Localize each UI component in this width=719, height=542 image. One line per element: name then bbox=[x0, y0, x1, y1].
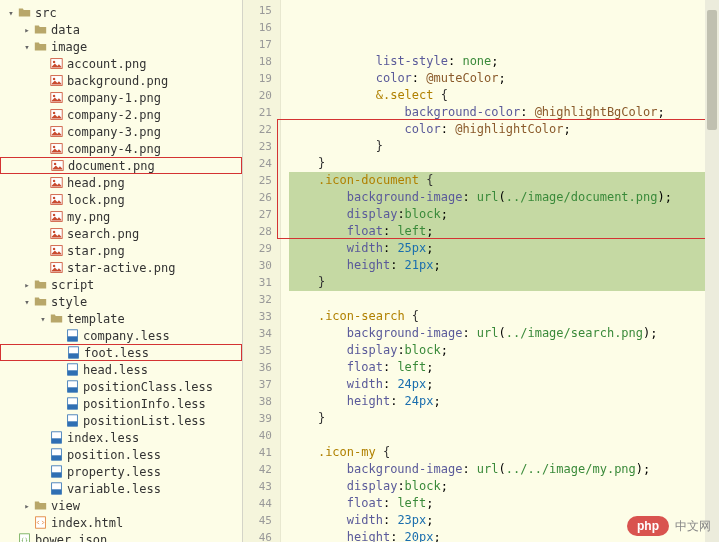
file-tree-sidebar[interactable]: ▾src▸data▾imageaccount.pngbackground.png… bbox=[0, 0, 243, 542]
code-line-33[interactable]: float: left; bbox=[289, 359, 719, 376]
chevron-right-icon[interactable]: ▸ bbox=[22, 501, 32, 511]
code-line-38[interactable]: .icon-my { bbox=[289, 444, 719, 461]
tree-item-image[interactable]: ▾image bbox=[0, 38, 242, 55]
code-line-32[interactable]: display:block; bbox=[289, 342, 719, 359]
chevron-right-icon[interactable]: ▸ bbox=[22, 25, 32, 35]
tree-item-script[interactable]: ▸script bbox=[0, 276, 242, 293]
tree-item-label: src bbox=[35, 6, 57, 20]
tree-item-label: image bbox=[51, 40, 87, 54]
code-line-19[interactable]: color: @highlightColor; bbox=[289, 121, 719, 138]
line-number: 19 bbox=[243, 70, 272, 87]
tree-item-head-png[interactable]: head.png bbox=[0, 174, 242, 191]
code-line-15[interactable]: list-style: none; bbox=[289, 53, 719, 70]
tree-item-positionList-less[interactable]: positionList.less bbox=[0, 412, 242, 429]
line-number: 27 bbox=[243, 206, 272, 223]
tree-item-style[interactable]: ▾style bbox=[0, 293, 242, 310]
code-line-29[interactable] bbox=[289, 291, 719, 308]
tree-item-property-less[interactable]: property.less bbox=[0, 463, 242, 480]
code-area[interactable]: list-style: none; color: @muteColor; &.s… bbox=[281, 0, 719, 542]
less-icon bbox=[64, 363, 80, 376]
chevron-right-icon[interactable]: ▸ bbox=[22, 280, 32, 290]
line-number: 36 bbox=[243, 359, 272, 376]
svg-rect-41 bbox=[51, 455, 61, 460]
tree-item-company-1-png[interactable]: company-1.png bbox=[0, 89, 242, 106]
svg-rect-31 bbox=[67, 370, 77, 375]
chevron-down-icon[interactable]: ▾ bbox=[6, 8, 16, 18]
tree-item-label: star.png bbox=[67, 244, 125, 258]
tree-item-template[interactable]: ▾template bbox=[0, 310, 242, 327]
code-line-16[interactable]: color: @muteColor; bbox=[289, 70, 719, 87]
tree-item-company-3-png[interactable]: company-3.png bbox=[0, 123, 242, 140]
tree-item-foot-less[interactable]: foot.less bbox=[0, 344, 242, 361]
tree-item-search-png[interactable]: search.png bbox=[0, 225, 242, 242]
code-line-34[interactable]: width: 24px; bbox=[289, 376, 719, 393]
code-line-17[interactable]: &.select { bbox=[289, 87, 719, 104]
line-number: 17 bbox=[243, 36, 272, 53]
code-line-27[interactable]: height: 21px; bbox=[289, 257, 719, 274]
tree-item-document-png[interactable]: document.png bbox=[0, 157, 242, 174]
line-number: 34 bbox=[243, 325, 272, 342]
tree-item-data[interactable]: ▸data bbox=[0, 21, 242, 38]
vertical-scrollbar[interactable] bbox=[705, 0, 719, 542]
tree-item-star-png[interactable]: star.png bbox=[0, 242, 242, 259]
chevron-down-icon[interactable]: ▾ bbox=[22, 297, 32, 307]
less-icon bbox=[48, 431, 64, 444]
tree-item-account-png[interactable]: account.png bbox=[0, 55, 242, 72]
code-line-36[interactable]: } bbox=[289, 410, 719, 427]
tree-item-positionInfo-less[interactable]: positionInfo.less bbox=[0, 395, 242, 412]
svg-text:{}: {} bbox=[21, 537, 28, 542]
code-line-28[interactable]: } bbox=[289, 274, 719, 291]
tree-item-company-2-png[interactable]: company-2.png bbox=[0, 106, 242, 123]
tree-item-view[interactable]: ▸view bbox=[0, 497, 242, 514]
code-line-35[interactable]: height: 24px; bbox=[289, 393, 719, 410]
svg-rect-45 bbox=[51, 489, 61, 494]
tree-item-index-html[interactable]: index.html bbox=[0, 514, 242, 531]
code-line-31[interactable]: background-image: url(../image/search.pn… bbox=[289, 325, 719, 342]
tree-item-label: my.png bbox=[67, 210, 110, 224]
tree-item-position-less[interactable]: position.less bbox=[0, 446, 242, 463]
code-line-23[interactable]: background-image: url(../image/document.… bbox=[289, 189, 719, 206]
tree-item-label: document.png bbox=[68, 159, 155, 173]
tree-item-label: variable.less bbox=[67, 482, 161, 496]
scrollbar-thumb[interactable] bbox=[707, 10, 717, 130]
svg-point-5 bbox=[52, 95, 54, 97]
code-line-21[interactable]: } bbox=[289, 155, 719, 172]
tree-item-head-less[interactable]: head.less bbox=[0, 361, 242, 378]
code-line-40[interactable]: display:block; bbox=[289, 478, 719, 495]
tree-item-label: style bbox=[51, 295, 87, 309]
svg-point-9 bbox=[52, 129, 54, 131]
tree-item-star-active-png[interactable]: star-active.png bbox=[0, 259, 242, 276]
tree-item-bower-json[interactable]: {}bower.json bbox=[0, 531, 242, 542]
tree-item-my-png[interactable]: my.png bbox=[0, 208, 242, 225]
chevron-down-icon[interactable]: ▾ bbox=[22, 42, 32, 52]
watermark-text: 中文网 bbox=[675, 518, 711, 535]
line-number: 44 bbox=[243, 495, 272, 512]
tree-item-variable-less[interactable]: variable.less bbox=[0, 480, 242, 497]
code-editor[interactable]: 1516171819202122232425262728293031323334… bbox=[243, 0, 719, 542]
tree-item-label: company-4.png bbox=[67, 142, 161, 156]
svg-point-15 bbox=[52, 180, 54, 182]
code-line-26[interactable]: width: 25px; bbox=[289, 240, 719, 257]
svg-point-19 bbox=[52, 214, 54, 216]
code-line-25[interactable]: float: left; bbox=[289, 223, 719, 240]
code-line-20[interactable]: } bbox=[289, 138, 719, 155]
tree-item-lock-png[interactable]: lock.png bbox=[0, 191, 242, 208]
folder-icon bbox=[32, 40, 48, 53]
svg-rect-43 bbox=[51, 472, 61, 477]
chevron-down-icon[interactable]: ▾ bbox=[38, 314, 48, 324]
code-line-30[interactable]: .icon-search { bbox=[289, 308, 719, 325]
code-line-41[interactable]: float: left; bbox=[289, 495, 719, 512]
tree-item-background-png[interactable]: background.png bbox=[0, 72, 242, 89]
folder-icon bbox=[32, 278, 48, 291]
tree-item-src[interactable]: ▾src bbox=[0, 4, 242, 21]
code-line-22[interactable]: .icon-document { bbox=[289, 172, 719, 189]
tree-item-positionClass-less[interactable]: positionClass.less bbox=[0, 378, 242, 395]
tree-item-index-less[interactable]: index.less bbox=[0, 429, 242, 446]
code-line-37[interactable] bbox=[289, 427, 719, 444]
code-line-18[interactable]: background-color: @highlightBgColor; bbox=[289, 104, 719, 121]
code-line-24[interactable]: display:block; bbox=[289, 206, 719, 223]
line-number: 45 bbox=[243, 512, 272, 529]
tree-item-company-less[interactable]: company.less bbox=[0, 327, 242, 344]
tree-item-company-4-png[interactable]: company-4.png bbox=[0, 140, 242, 157]
code-line-39[interactable]: background-image: url(../../image/my.png… bbox=[289, 461, 719, 478]
